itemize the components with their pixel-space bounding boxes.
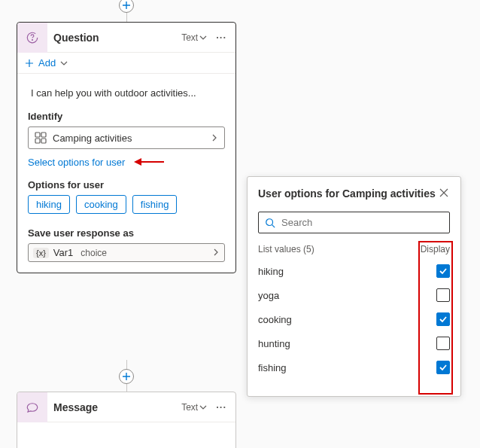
plus-icon [123, 373, 130, 380]
list-item-label: cooking [258, 314, 436, 325]
option-chip[interactable]: cooking [76, 195, 126, 214]
variable-type: choice [81, 248, 107, 258]
question-prompt[interactable]: I can help you with outdoor activities..… [31, 87, 225, 99]
chevron-right-icon [212, 247, 220, 258]
plus-icon [25, 59, 34, 68]
svg-rect-1 [35, 133, 40, 137]
display-checkbox[interactable] [436, 264, 450, 278]
svg-point-0 [32, 39, 33, 40]
question-icon [17, 23, 47, 53]
list-item: fishing [258, 355, 450, 379]
display-checkbox[interactable] [436, 361, 450, 374]
list-item-label: hunting [258, 338, 436, 349]
add-node-top[interactable] [119, 0, 134, 13]
card-title: Question [53, 32, 175, 44]
question-card: Question Text ··· Add I can help you wit… [17, 22, 236, 273]
display-checkbox[interactable] [436, 288, 450, 302]
variable-icon: {x} [33, 248, 49, 258]
search-icon [265, 218, 275, 228]
option-chip[interactable]: fishing [132, 195, 178, 214]
list-item-label: yoga [258, 290, 436, 301]
more-menu[interactable]: ··· [213, 32, 229, 43]
select-options-link[interactable]: Select options for user [28, 157, 125, 168]
display-column-label: Display [421, 244, 450, 254]
list-values-label: List values (5) [258, 244, 421, 254]
svg-rect-2 [41, 133, 46, 137]
option-chip[interactable]: hiking [28, 195, 70, 214]
chevron-down-icon [199, 34, 207, 41]
annotation-arrow [134, 157, 164, 169]
response-type-label: Text [181, 32, 198, 43]
card-header: Question Text ··· [17, 23, 235, 53]
message-card: Message Text ··· [17, 392, 236, 448]
entity-name: Camping activities [53, 133, 132, 144]
list-item-label: hiking [258, 266, 436, 277]
add-node-middle[interactable] [119, 369, 134, 384]
variable-select[interactable]: {x} Var1 choice [28, 243, 225, 262]
variable-name: Var1 [53, 247, 74, 258]
options-for-user-label: Options for user [28, 179, 225, 190]
more-menu[interactable]: ··· [213, 401, 229, 413]
message-icon [17, 392, 47, 422]
svg-point-7 [266, 218, 273, 225]
search-input[interactable] [280, 216, 443, 229]
add-label: Add [38, 57, 56, 69]
message-body-preview[interactable] [28, 433, 31, 444]
search-input-wrapper[interactable] [258, 212, 450, 233]
chevron-down-icon [60, 59, 68, 67]
entity-icon [35, 132, 47, 144]
svg-marker-6 [134, 158, 141, 166]
card-title: Message [53, 401, 175, 413]
svg-rect-4 [41, 139, 46, 143]
card-header: Message Text ··· [17, 392, 235, 422]
list-item: hiking [258, 259, 450, 283]
user-options-panel: User options for Camping activities List… [247, 176, 461, 397]
chevron-right-icon [211, 133, 218, 144]
list-item: hunting [258, 331, 450, 355]
response-type-label: Text [181, 402, 198, 413]
plus-icon [123, 2, 130, 9]
identify-entity-select[interactable]: Camping activities [28, 126, 225, 149]
close-button[interactable] [438, 186, 450, 201]
panel-title: User options for Camping activities [258, 187, 438, 200]
options-list: hiking yoga cooking hunting fishing [258, 259, 450, 379]
user-option-chips: hiking cooking fishing [28, 195, 225, 214]
list-item-label: fishing [258, 362, 436, 373]
list-item: yoga [258, 283, 450, 307]
list-item: cooking [258, 307, 450, 331]
close-icon [439, 188, 448, 197]
response-type-dropdown[interactable]: Text [181, 32, 207, 43]
svg-rect-3 [35, 139, 40, 143]
add-element-button[interactable]: Add [17, 53, 235, 74]
display-checkbox[interactable] [436, 337, 450, 350]
response-type-dropdown[interactable]: Text [181, 402, 207, 413]
display-checkbox[interactable] [436, 312, 450, 326]
identify-label: Identify [28, 111, 225, 122]
chevron-down-icon [199, 404, 207, 411]
save-response-label: Save user response as [28, 227, 225, 239]
